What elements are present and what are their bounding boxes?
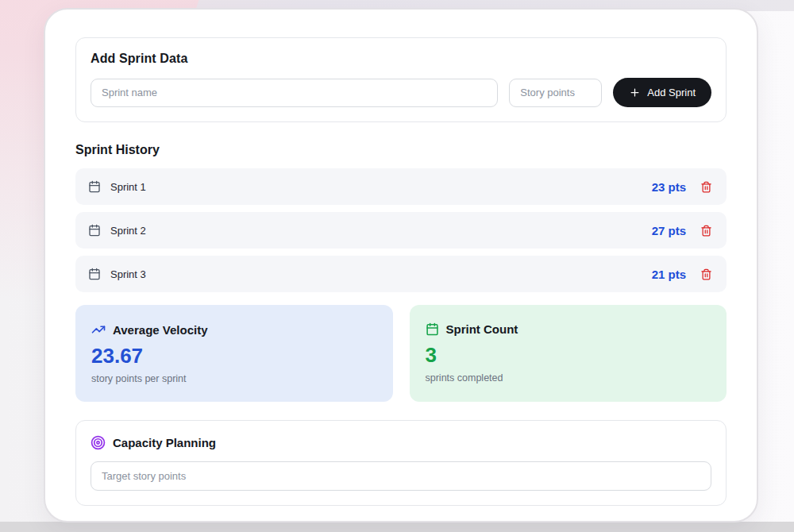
sprint-velocity-app-card: Add Sprint Data Add Sprint Sprint Histor… (44, 8, 758, 522)
trending-up-icon (91, 322, 106, 337)
sprint-row-points: 23 pts (652, 180, 686, 194)
add-sprint-title: Add Sprint Data (91, 52, 711, 66)
average-velocity-caption: story points per sprint (91, 373, 377, 384)
sprint-row-points: 27 pts (652, 224, 686, 237)
calendar-icon (426, 322, 439, 336)
average-velocity-card: Average Velocity 23.67 story points per … (75, 305, 393, 402)
add-sprint-panel: Add Sprint Data Add Sprint (75, 37, 727, 122)
sprint-row-name: Sprint 3 (110, 268, 146, 280)
sprint-history-row: Sprint 2 27 pts (75, 212, 727, 249)
sprint-row-name: Sprint 2 (110, 225, 146, 237)
sprint-name-input[interactable] (91, 79, 498, 107)
sprint-row-name: Sprint 1 (110, 181, 146, 193)
calendar-icon (88, 180, 101, 193)
delete-sprint-button[interactable] (699, 267, 714, 282)
sprint-history-row: Sprint 3 21 pts (75, 256, 727, 292)
capacity-planning-panel: Capacity Planning (75, 420, 727, 506)
delete-sprint-button[interactable] (699, 179, 714, 195)
add-sprint-button-label: Add Sprint (647, 87, 696, 98)
sprint-count-title: Sprint Count (446, 322, 518, 336)
average-velocity-value: 23.67 (91, 344, 377, 368)
trash-icon (700, 268, 712, 280)
average-velocity-title: Average Velocity (113, 323, 208, 337)
trash-icon (700, 225, 712, 237)
delete-sprint-button[interactable] (699, 223, 714, 238)
stats-row: Average Velocity 23.67 story points per … (75, 305, 727, 402)
calendar-icon (88, 268, 101, 280)
capacity-planning-title: Capacity Planning (113, 436, 216, 449)
sprint-count-value: 3 (426, 343, 711, 368)
add-sprint-form: Add Sprint (91, 78, 711, 107)
add-sprint-button[interactable]: Add Sprint (613, 78, 711, 107)
calendar-icon (88, 224, 101, 237)
sprint-count-caption: sprints completed (426, 372, 711, 384)
target-story-points-input[interactable] (91, 461, 711, 491)
sprint-count-card: Sprint Count 3 sprints completed (410, 305, 727, 402)
background-bottom-strip (0, 522, 794, 532)
story-points-input[interactable] (509, 79, 602, 107)
sprint-row-points: 21 pts (652, 268, 686, 281)
target-icon (91, 435, 106, 450)
sprint-history-row: Sprint 1 23 pts (75, 168, 727, 205)
plus-icon (629, 87, 641, 98)
sprint-history-title: Sprint History (75, 143, 727, 157)
trash-icon (700, 181, 712, 193)
